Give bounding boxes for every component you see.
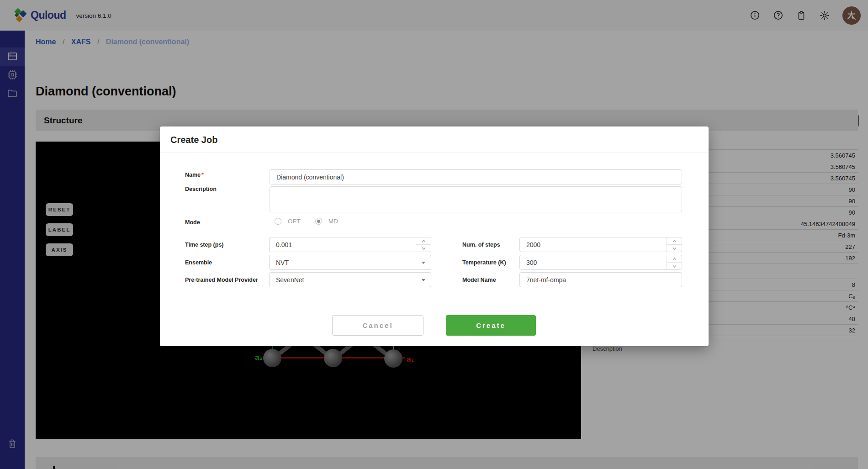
divider xyxy=(160,303,709,303)
time-step-input-wrap xyxy=(269,237,431,252)
chevron-down-icon xyxy=(422,262,425,264)
provider-label: Pre-trained Model Provider xyxy=(185,277,258,283)
divider xyxy=(160,153,709,153)
provider-select[interactable]: SevenNet xyxy=(269,272,431,287)
model-name-input[interactable] xyxy=(526,273,682,287)
num-steps-input-wrap xyxy=(519,237,682,252)
name-input-wrap xyxy=(270,169,682,184)
time-step-spinner xyxy=(416,237,431,252)
spinner-up-icon[interactable] xyxy=(416,237,431,245)
temperature-input[interactable] xyxy=(526,255,682,269)
name-label: Name* xyxy=(185,172,204,178)
chevron-down-icon xyxy=(422,279,425,281)
app-root: Quloud version 6.1.0 xyxy=(0,0,868,469)
provider-value: SevenNet xyxy=(276,276,304,284)
num-steps-label: Num. of steps xyxy=(462,242,500,248)
time-step-input[interactable] xyxy=(276,237,431,252)
create-job-modal: Create Job Name* Description Mode OPT MD… xyxy=(160,126,709,346)
mode-md-label: MD xyxy=(328,218,338,225)
model-name-input-wrap xyxy=(519,272,682,287)
ensemble-select[interactable]: NVT xyxy=(269,255,431,270)
modal-title: Create Job xyxy=(170,135,217,145)
temperature-input-wrap xyxy=(519,255,682,270)
description-label: Description xyxy=(185,186,217,192)
num-steps-spinner xyxy=(667,237,682,252)
cancel-button[interactable]: Cancel xyxy=(332,315,423,336)
spinner-up-icon[interactable] xyxy=(667,255,682,263)
mode-opt-radio xyxy=(275,218,281,225)
mode-md-radio xyxy=(315,218,322,225)
name-input[interactable] xyxy=(276,170,682,184)
spinner-down-icon[interactable] xyxy=(667,245,682,252)
spinner-down-icon[interactable] xyxy=(416,245,431,252)
num-steps-input[interactable] xyxy=(526,237,682,252)
spinner-up-icon[interactable] xyxy=(667,237,682,245)
description-textarea-wrap xyxy=(270,186,682,212)
mode-opt-label: OPT xyxy=(288,218,301,225)
description-textarea[interactable] xyxy=(270,187,682,212)
ensemble-label: Ensemble xyxy=(185,259,212,266)
model-name-label: Model Name xyxy=(462,277,496,283)
mode-label: Mode xyxy=(185,219,200,226)
temperature-spinner xyxy=(667,255,682,269)
temperature-label: Temperature (K) xyxy=(462,259,506,266)
create-button[interactable]: Create xyxy=(446,315,536,336)
ensemble-value: NVT xyxy=(276,259,289,266)
time-step-label: Time step (ps) xyxy=(185,242,224,248)
mode-radio-group: OPT MD xyxy=(275,218,346,225)
spinner-down-icon[interactable] xyxy=(667,263,682,269)
required-asterisk: * xyxy=(201,172,204,178)
